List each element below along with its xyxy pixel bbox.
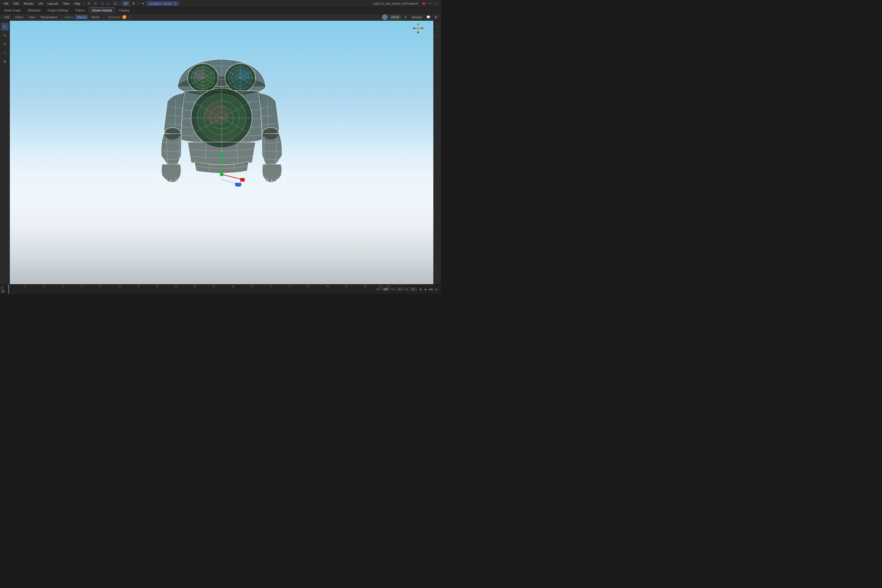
tl-mark-25: 25 — [99, 285, 102, 288]
tl-mark-65: 65 — [250, 285, 253, 288]
right-tool2[interactable]: — — [434, 32, 441, 39]
filter-icon[interactable]: ⬡ — [128, 15, 133, 20]
secondary-toolbar: Edit Select View Manipulators Space: Obj… — [0, 14, 441, 21]
tab-viewer[interactable]: Viewer (Hydra) — [89, 8, 115, 14]
menu-layouts[interactable]: Layouts — [45, 2, 60, 6]
stop-btn[interactable]: ⬛ — [112, 1, 118, 6]
tl-mark-95: 95 — [364, 285, 367, 288]
camera-mode[interactable]: primary — [410, 15, 424, 19]
tab-catalog[interactable]: Catalog — [116, 8, 133, 14]
inc-label: Inc — [405, 288, 408, 291]
right-tool1[interactable]: + — [434, 23, 441, 30]
out-value[interactable]: 100 — [382, 288, 390, 291]
tl-mark-90: 90 — [345, 285, 348, 288]
menu-help[interactable]: Help — [72, 2, 82, 6]
back-btn[interactable]: ◁ — [99, 1, 105, 6]
inc-value[interactable]: 1 — [410, 288, 417, 291]
minimize-btn[interactable]: — — [427, 1, 433, 6]
tab-attributes[interactable]: Attributes — [24, 8, 44, 14]
selection-label: Selection: — [108, 15, 121, 19]
select-tool[interactable]: ↖ — [1, 23, 9, 30]
tab-projectsettings[interactable]: Project Settings — [44, 8, 72, 14]
menu-render[interactable]: Render — [21, 2, 36, 6]
tl-mark-5: 5 — [24, 285, 25, 288]
settings-icon[interactable]: ⚙ — [433, 14, 439, 20]
display-mode[interactable]: sRGB — [389, 15, 401, 20]
sync-btn[interactable]: ↻ — [86, 1, 92, 6]
svg-rect-70 — [241, 178, 244, 182]
sep3 — [138, 2, 138, 6]
close-dot[interactable] — [423, 2, 425, 5]
scale-tool[interactable]: ⤡ — [1, 49, 9, 57]
svg-point-46 — [205, 102, 228, 124]
menu-edit[interactable]: Edit — [11, 2, 21, 6]
tl-play-btn[interactable]: ▶ — [424, 287, 428, 291]
cur-value[interactable]: 1 — [396, 288, 404, 291]
viewport-gizmo[interactable]: Y — [413, 23, 424, 34]
tl-mark-10: 10 — [42, 285, 45, 288]
tl-mark-70: 70 — [269, 285, 272, 288]
clock-btn[interactable]: ⊙ — [93, 1, 99, 6]
svg-line-66 — [222, 174, 242, 180]
tl-mark-45: 45 — [175, 285, 177, 288]
tl-end-btn[interactable]: ⏭ — [435, 287, 439, 291]
pivot-tool[interactable]: ⊕ — [1, 58, 9, 65]
robot-svg: .wire { fill: none; stroke: rgba(255,255… — [73, 34, 370, 271]
sep1 — [84, 2, 84, 6]
top-menubar: File Edit Render Util Layouts Tabs Help … — [0, 0, 441, 7]
pause-btn[interactable]: ⏸ — [130, 1, 136, 6]
main-area: ↖ ✛ ↻ ⤡ ⊕ .wire { fill: none; stroke: rg… — [0, 21, 441, 284]
tl-mark-40: 40 — [156, 285, 159, 288]
view-btn[interactable]: View — [27, 15, 38, 20]
space-label: Space: — [64, 15, 74, 19]
forward-btn[interactable]: ▷ — [106, 1, 112, 6]
tl-mark-30: 30 — [118, 285, 121, 288]
rotate-tool[interactable]: ↻ — [1, 40, 9, 48]
chat-icon[interactable]: 💬 — [425, 14, 431, 20]
viewport-canvas: .wire { fill: none; stroke: rgba(255,255… — [10, 21, 434, 284]
move-tool[interactable]: ✛ — [1, 32, 9, 39]
cur-label: Cur — [391, 288, 395, 291]
display-dropdown[interactable]: ▾ — [403, 14, 409, 20]
tab-nodegraph[interactable]: Node Graph — [1, 8, 24, 14]
object-btn[interactable]: Object — [75, 15, 88, 20]
selection-color[interactable] — [122, 15, 127, 20]
manipulators-btn[interactable]: Manipulators — [38, 15, 60, 20]
menu-file[interactable]: File — [2, 2, 11, 6]
selection-area: Selection: ⬡ — [108, 15, 133, 20]
timeline-controls: Out 100 Cur 1 Inc 1 ◀ ▶ ▶▶ ⏭ — [376, 285, 441, 294]
right-toolbar: sRGB ▾ primary 💬 ⚙ — [382, 14, 439, 20]
tl-next-btn[interactable]: ▶▶ — [429, 287, 434, 291]
select-btn[interactable]: Select — [13, 15, 26, 20]
tab-python[interactable]: Python — [72, 8, 88, 14]
svg-point-75 — [421, 27, 423, 29]
in-label: In — [1, 286, 3, 290]
right-toolbar: + — — [434, 21, 441, 284]
in-value[interactable]: 1 — [1, 290, 5, 293]
tab-bar: Node Graph Attributes Project Settings P… — [0, 7, 441, 14]
variant-badge[interactable]: variables: variant - D — [147, 2, 179, 6]
svg-point-29 — [237, 70, 250, 81]
out-label: Out — [376, 288, 381, 291]
world-btn[interactable]: World — [89, 15, 101, 20]
viewport[interactable]: .wire { fill: none; stroke: rgba(255,255… — [10, 21, 434, 284]
sep5 — [104, 15, 104, 20]
tl-mark-60: 60 — [232, 285, 234, 288]
mode-3d-btn[interactable]: 3D — [122, 1, 130, 6]
avatar — [382, 14, 388, 20]
menu-tabs[interactable]: Tabs — [61, 2, 71, 6]
svg-point-18 — [194, 70, 206, 81]
maximize-btn[interactable]: □ — [434, 1, 440, 6]
svg-text:Y: Y — [418, 26, 418, 28]
tl-mark-20: 20 — [80, 285, 83, 288]
tl-prev-btn[interactable]: ◀ — [418, 287, 423, 291]
menu-util[interactable]: Util — [36, 2, 45, 6]
edit-btn[interactable]: Edit — [2, 15, 12, 20]
tl-mark-15: 15 — [61, 285, 64, 288]
left-toolbar: ↖ ✛ ↻ ⤡ ⊕ — [0, 21, 10, 284]
svg-point-76 — [417, 32, 419, 33]
dropdown-btn[interactable]: ▾ — [140, 1, 146, 6]
tl-mark-50: 50 — [194, 285, 196, 288]
tl-mark-80: 80 — [307, 285, 310, 288]
svg-rect-71 — [235, 183, 241, 186]
